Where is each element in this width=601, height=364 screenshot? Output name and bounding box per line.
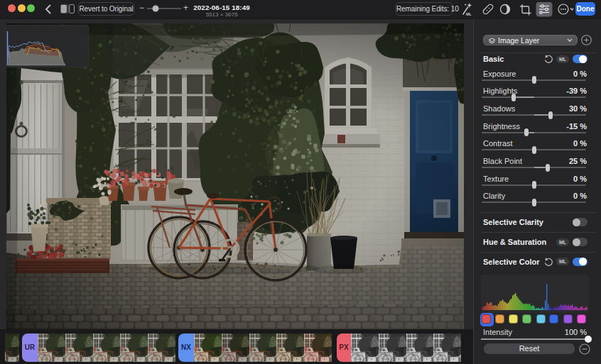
svg-text:ML: ML (466, 12, 472, 16)
